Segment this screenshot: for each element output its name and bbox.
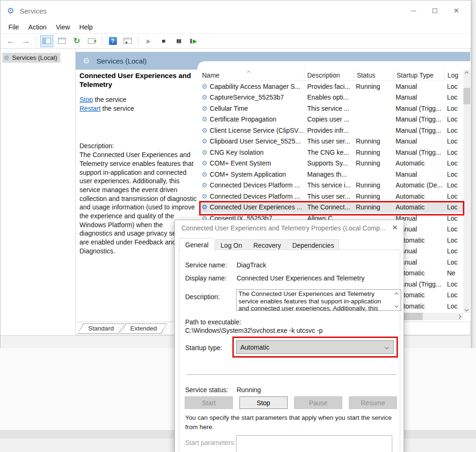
Connected User Experiences ...[interactable]: ⚙Connected User Experiences ... The Conn… bbox=[199, 202, 463, 213]
scroll-right-icon[interactable] bbox=[457, 315, 461, 318]
display-name-label: Display name: bbox=[185, 274, 227, 282]
stop-service-icon[interactable]: ■ bbox=[157, 35, 170, 47]
scroll-up-icon[interactable] bbox=[465, 72, 469, 75]
scroll-down-icon[interactable] bbox=[465, 308, 469, 311]
export-list-icon[interactable] bbox=[85, 35, 98, 47]
service-name: COM+ Event System bbox=[210, 159, 271, 167]
COM+ System Application[interactable]: ⚙COM+ System Application Manages th... M… bbox=[199, 169, 463, 180]
restart-service-icon[interactable]: ▶ bbox=[187, 35, 200, 47]
standard-view-icon[interactable] bbox=[121, 35, 134, 47]
maximize-button[interactable] bbox=[424, 0, 446, 21]
minimize-button[interactable] bbox=[403, 0, 424, 21]
service-control-button[interactable]: Pause bbox=[294, 396, 342, 409]
service-name: CNG Key Isolation bbox=[210, 149, 264, 156]
restart-service-link[interactable]: Restart bbox=[79, 105, 101, 112]
stop-service-link[interactable]: Stop bbox=[79, 96, 93, 103]
service-logon-as: Loc bbox=[445, 149, 463, 156]
column-header[interactable]: Log bbox=[445, 70, 463, 80]
service-gear-icon: ⚙ bbox=[202, 171, 208, 178]
menu-item[interactable]: Help bbox=[75, 22, 98, 32]
service-startup-type: Automatic (De... bbox=[394, 181, 445, 189]
CaptureService_55253b7[interactable]: ⚙CaptureService_55253b7 Enables opti... … bbox=[199, 92, 463, 103]
service-name-value: DiagTrack bbox=[237, 261, 266, 269]
service-control-button[interactable]: Resume bbox=[349, 396, 397, 409]
service-logon-as: Loc bbox=[445, 258, 463, 266]
view-tab[interactable]: Standard bbox=[78, 323, 124, 334]
pause-service-icon[interactable]: ▮▮ bbox=[172, 35, 185, 47]
Capability Access Manager S...[interactable]: ⚙Capability Access Manager S... Provides… bbox=[199, 81, 463, 92]
sidebar-item-label: Services (Local) bbox=[12, 54, 58, 61]
service-logon-as: Ne bbox=[445, 269, 463, 277]
service-startup-type: Manual bbox=[394, 83, 445, 90]
start-parameters-input[interactable] bbox=[236, 435, 392, 452]
dialog-close-icon[interactable]: ✕ bbox=[392, 223, 398, 232]
menu-item[interactable]: View bbox=[51, 22, 74, 32]
minimize-icon bbox=[411, 11, 416, 11]
menu-item[interactable]: Action bbox=[24, 22, 51, 32]
path-value: C:\Windows\System32\svchost.exe -k utcsv… bbox=[185, 327, 323, 334]
column-header[interactable]: Startup Type bbox=[394, 70, 445, 80]
vertical-scrollbar[interactable] bbox=[463, 70, 470, 313]
service-name: Connected User Experiences ... bbox=[210, 203, 303, 211]
start-parameters-hint: You can specify the start parameters tha… bbox=[185, 413, 398, 432]
COM+ Event System[interactable]: ⚙COM+ Event System Supports Sy... Runnin… bbox=[199, 158, 463, 169]
vertical-scrollbar-thumb[interactable] bbox=[463, 88, 470, 104]
service-startup-type: Manual bbox=[394, 171, 445, 178]
help-icon[interactable]: ? bbox=[106, 35, 119, 47]
back-icon[interactable]: ← bbox=[4, 35, 17, 47]
toolbar: ←→↻?▶■▮▮▶ bbox=[0, 34, 471, 49]
service-startup-type: Automatic bbox=[394, 203, 445, 211]
show-console-tree-icon[interactable] bbox=[40, 35, 53, 47]
service-gear-icon: ⚙ bbox=[202, 115, 208, 123]
Connected Devices Platform ...[interactable]: ⚙Connected Devices Platform ... This use… bbox=[199, 191, 463, 202]
Client License Service (ClipSV...[interactable]: ⚙Client License Service (ClipSV... Provi… bbox=[199, 125, 463, 136]
services-node-icon: ⚙ bbox=[4, 54, 9, 61]
view-tabs: Extended Standard bbox=[78, 323, 180, 334]
service-name: Client License Service (ClipSV... bbox=[210, 127, 303, 134]
service-name: Connected Devices Platform ... bbox=[210, 181, 300, 189]
service-gear-icon: ⚙ bbox=[202, 149, 208, 156]
description-field-label: Description: bbox=[185, 293, 220, 301]
column-header[interactable]: Description bbox=[304, 70, 354, 80]
Connected Devices Platform ...[interactable]: ⚙Connected Devices Platform ... This ser… bbox=[199, 180, 463, 191]
description-textarea[interactable]: The Connected User Experiences and Telem… bbox=[236, 289, 401, 311]
service-description: Enables opti... bbox=[304, 93, 354, 101]
close-icon: ✕ bbox=[454, 7, 460, 15]
sidebar-item-services-local[interactable]: ⚙ Services (Local) bbox=[2, 53, 60, 63]
start-service-icon[interactable]: ▶ bbox=[142, 35, 155, 47]
CNG Key Isolation[interactable]: ⚙CNG Key Isolation The CNG ke... Running… bbox=[199, 147, 463, 158]
taskpad-title: Services (Local) bbox=[96, 57, 147, 65]
service-control-button[interactable]: Start bbox=[185, 396, 233, 409]
Clipboard User Service_5525...[interactable]: ⚙Clipboard User Service_5525... This use… bbox=[199, 136, 463, 147]
description-label: Description: bbox=[79, 142, 197, 151]
service-name: Cellular Time bbox=[210, 105, 248, 112]
start-parameters-label: Start parameters: bbox=[185, 439, 236, 446]
service-logon-as: Loc bbox=[445, 181, 463, 189]
service-description: Copies user ... bbox=[304, 115, 354, 123]
dialog-tab[interactable]: General bbox=[179, 238, 215, 252]
startup-type-dropdown[interactable]: Automatic bbox=[236, 340, 394, 354]
view-tab[interactable]: Extended bbox=[120, 323, 167, 334]
title-bar: ⚙ Services ✕ bbox=[0, 0, 471, 21]
console-tree-sidebar: ⚙ Services (Local) bbox=[0, 49, 76, 335]
column-header[interactable]: Name bbox=[199, 70, 304, 80]
column-header[interactable]: Status bbox=[354, 70, 394, 80]
toolbar-separator bbox=[102, 36, 102, 46]
service-logon-as: Loc bbox=[445, 137, 463, 145]
Certificate Propagation[interactable]: ⚙Certificate Propagation Copies user ...… bbox=[199, 114, 463, 125]
properties-icon[interactable] bbox=[55, 35, 68, 47]
refresh-icon[interactable]: ↻ bbox=[70, 35, 83, 47]
forward-icon[interactable]: → bbox=[19, 35, 32, 47]
display-name-value: Connected User Experiences and Telemetry bbox=[237, 274, 365, 282]
service-startup-type: Manual (Trigg... bbox=[394, 105, 445, 112]
service-gear-icon: ⚙ bbox=[202, 181, 208, 189]
service-logon-as: Loc bbox=[445, 247, 463, 255]
service-logon-as: Loc bbox=[445, 237, 463, 244]
close-button[interactable]: ✕ bbox=[446, 0, 467, 21]
service-gear-icon: ⚙ bbox=[202, 93, 208, 101]
service-control-button[interactable]: Stop bbox=[239, 396, 288, 409]
Cellular Time[interactable]: ⚙Cellular Time This service ... Manual (… bbox=[199, 103, 463, 114]
service-logon-as: Loc bbox=[445, 115, 463, 123]
service-gear-icon: ⚙ bbox=[202, 105, 208, 112]
menu-item[interactable]: File bbox=[4, 22, 24, 32]
